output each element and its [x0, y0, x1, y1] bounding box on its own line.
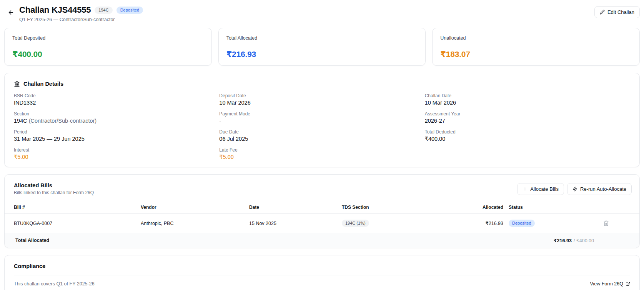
stat-label: Unallocated — [440, 35, 632, 41]
col-bill: Bill # — [5, 201, 141, 214]
allocated-bills-table: Bill # Vendor Date TDS Section Allocated… — [5, 201, 639, 233]
bank-icon — [14, 81, 20, 87]
bill-vendor: Anthropic, PBC — [141, 214, 249, 233]
stat-value: ₹400.00 — [12, 50, 204, 59]
stat-value: ₹183.07 — [440, 50, 632, 59]
tds-section-badge: 194C (1%) — [342, 220, 369, 227]
col-date: Date — [249, 201, 342, 214]
edit-challan-label: Edit Challan — [607, 9, 634, 15]
total-allocated-amounts: ₹216.93/ ₹400.00 — [554, 237, 594, 244]
stat-label: Total Deposited — [12, 35, 204, 41]
field-section: Section 194C (Contractor/Sub-contractor) — [14, 111, 219, 124]
summary-cards: Total Deposited ₹400.00 Total Allocated … — [4, 28, 640, 66]
col-vendor: Vendor — [141, 201, 249, 214]
compliance-title: Compliance — [14, 263, 630, 269]
delete-allocation-button[interactable] — [602, 219, 611, 228]
bill-actions — [572, 214, 639, 233]
total-deposited-card: Total Deposited ₹400.00 — [4, 28, 212, 66]
external-link-icon — [626, 282, 630, 286]
view-form-26q-label: View Form 26Q — [590, 281, 623, 287]
plus-icon — [523, 187, 528, 192]
field-period: Period 31 Mar 2025 — 29 Jun 2025 — [14, 129, 219, 142]
status-badge: Deposited — [116, 7, 143, 14]
bill-tds-section: 194C (1%) — [342, 214, 453, 233]
bills-title: Allocated Bills — [14, 182, 94, 188]
field-late-fee: Late Fee ₹5.00 — [219, 147, 424, 160]
arrow-left-icon — [8, 9, 14, 16]
challan-details-card: Challan Details BSR Code IND1332 Deposit… — [4, 73, 640, 167]
compliance-card: Compliance This challan covers Q1 of FY … — [4, 255, 640, 290]
deposited-total: / ₹400.00 — [574, 238, 594, 243]
total-allocated-label: Total Allocated — [15, 238, 49, 243]
rerun-auto-allocate-button[interactable]: Re-run Auto-Allocate — [567, 183, 632, 195]
allocated-bills-card: Allocated Bills Bills linked to this cha… — [4, 174, 640, 248]
back-button[interactable] — [5, 7, 16, 18]
field-total-deducted: Total Deducted ₹400.00 — [425, 129, 630, 142]
stat-value: ₹216.93 — [226, 50, 418, 59]
pencil-icon — [600, 10, 605, 15]
field-bsr-code: BSR Code IND1332 — [14, 93, 219, 106]
table-row: BTU0KQGA-0007 Anthropic, PBC 15 Nov 2025… — [5, 214, 639, 233]
field-challan-date: Challan Date 10 Mar 2026 — [425, 93, 630, 106]
total-allocated-card: Total Allocated ₹216.93 — [218, 28, 426, 66]
trash-icon — [603, 220, 609, 226]
compliance-note: This challan covers Q1 of FY 2025-26 — [14, 281, 95, 287]
field-payment-mode: Payment Mode - — [219, 111, 424, 124]
table-footer-row: Total Allocated ₹216.93/ ₹400.00 — [5, 233, 639, 248]
view-form-26q-link[interactable]: View Form 26Q — [590, 281, 630, 287]
col-status: Status — [503, 201, 572, 214]
allocated-sum: ₹216.93 — [554, 238, 572, 243]
table-header-row: Bill # Vendor Date TDS Section Allocated… — [5, 201, 639, 214]
allocate-bills-label: Allocate Bills — [530, 186, 559, 192]
bills-subtitle: Bills linked to this challan for Form 26… — [14, 190, 94, 195]
bill-status-badge: Deposited — [509, 220, 535, 227]
section-badge: 194C — [95, 7, 112, 14]
col-actions — [572, 201, 639, 214]
field-deposit-date: Deposit Date 10 Mar 2026 — [219, 93, 424, 106]
stat-label: Total Allocated — [226, 35, 418, 41]
page-title: Challan KJS44555 — [19, 5, 91, 15]
col-tds-section: TDS Section — [342, 201, 453, 214]
details-grid: BSR Code IND1332 Deposit Date 10 Mar 202… — [14, 93, 630, 160]
edit-challan-button[interactable]: Edit Challan — [594, 6, 640, 18]
field-interest: Interest ₹5.00 — [14, 147, 219, 160]
bill-date: 15 Nov 2025 — [249, 214, 342, 233]
page-subtitle: Q1 FY 2025-26 — Contractor/Sub-contracto… — [19, 17, 594, 22]
col-allocated: Allocated — [453, 201, 503, 214]
bill-allocated-amount: ₹216.93 — [453, 214, 503, 233]
field-due-date: Due Date 06 Jul 2025 — [219, 129, 424, 142]
field-assessment-year: Assessment Year 2026-27 — [425, 111, 630, 124]
allocate-bills-button[interactable]: Allocate Bills — [517, 183, 564, 195]
bill-status: Deposited — [503, 214, 572, 233]
unallocated-card: Unallocated ₹183.07 — [432, 28, 640, 66]
rerun-auto-allocate-label: Re-run Auto-Allocate — [580, 186, 626, 192]
bill-number: BTU0KQGA-0007 — [5, 214, 141, 233]
page-header: Challan KJS44555 194C Deposited Q1 FY 20… — [0, 0, 644, 22]
zap-icon — [572, 187, 577, 192]
details-title: Challan Details — [23, 81, 63, 87]
